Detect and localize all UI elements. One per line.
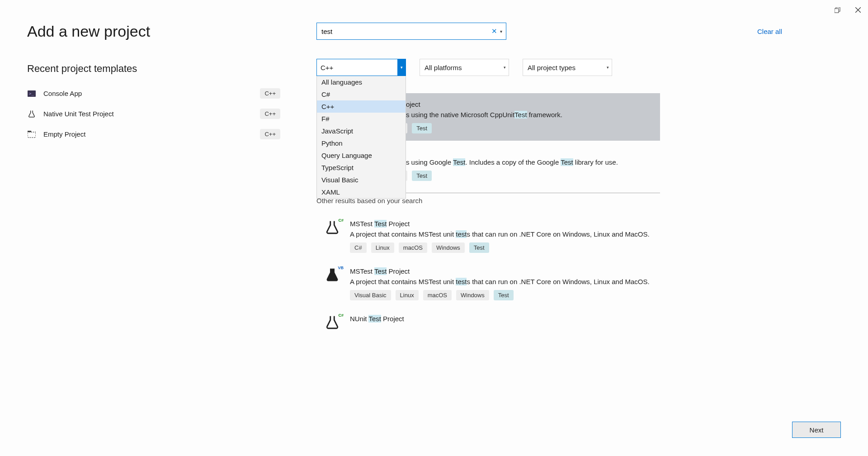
search-clear-button[interactable]: ✕ bbox=[489, 27, 500, 35]
result-tag: macOS bbox=[399, 242, 427, 253]
recent-item-lang: C++ bbox=[260, 109, 280, 119]
language-option[interactable]: XAML bbox=[317, 186, 406, 198]
flask-icon bbox=[27, 109, 36, 119]
result-tag: C# bbox=[350, 242, 367, 253]
flask-csharp-icon: C# bbox=[325, 220, 341, 236]
search-history-dropdown[interactable]: ▾ bbox=[500, 29, 502, 34]
language-option[interactable]: Query Language bbox=[317, 149, 406, 162]
recent-item-name: Console App bbox=[43, 90, 82, 97]
svg-rect-7 bbox=[28, 131, 31, 132]
result-tag: Test bbox=[494, 290, 514, 300]
result-description: A project that contains MSTest unit test… bbox=[350, 278, 656, 285]
language-option[interactable]: F# bbox=[317, 113, 406, 125]
recent-item[interactable]: Native Unit Test Project C++ bbox=[27, 109, 280, 119]
result-tag: Visual Basic bbox=[350, 290, 391, 300]
close-icon bbox=[855, 7, 861, 13]
project-type-selected: All project types bbox=[523, 64, 604, 71]
recent-templates-list: >_ Console App C++ Native Unit Test Proj… bbox=[27, 88, 280, 139]
platform-selected: All platforms bbox=[420, 64, 500, 71]
result-tag: macOS bbox=[423, 290, 452, 300]
language-option[interactable]: TypeScript bbox=[317, 162, 406, 174]
result-tag: Test bbox=[412, 123, 432, 133]
result-title: MSTest Test Project bbox=[350, 267, 656, 275]
language-option[interactable]: C# bbox=[317, 88, 406, 100]
page-title: Add a new project bbox=[27, 23, 280, 40]
empty-project-icon bbox=[27, 130, 36, 139]
language-badge: VB bbox=[338, 266, 344, 270]
result-tag: Windows bbox=[456, 290, 489, 300]
next-button[interactable]: Next bbox=[792, 422, 841, 438]
result-tag: Linux bbox=[396, 290, 419, 300]
language-option[interactable]: Python bbox=[317, 137, 406, 149]
language-badge: C# bbox=[338, 313, 344, 318]
language-option[interactable]: All languages bbox=[317, 76, 406, 88]
flask-vb-icon: VB bbox=[325, 267, 341, 284]
recent-item[interactable]: Empty Project C++ bbox=[27, 129, 280, 139]
template-result[interactable]: VB MSTest Test Project A project that co… bbox=[316, 260, 660, 308]
project-type-filter-combo[interactable]: All project types ▾ bbox=[523, 59, 612, 76]
template-result[interactable]: C# NUnit Test Project bbox=[316, 308, 660, 331]
clear-all-link[interactable]: Clear all bbox=[757, 28, 782, 35]
language-badge: C# bbox=[338, 218, 344, 223]
flask-csharp-icon: C# bbox=[325, 315, 341, 331]
language-filter-combo[interactable]: C++ ▾ All languages C# C++ F# JavaScript… bbox=[316, 59, 406, 76]
console-app-icon: >_ bbox=[27, 89, 36, 98]
platform-filter-combo[interactable]: All platforms ▾ bbox=[420, 59, 509, 76]
search-templates-box[interactable]: ✕ ▾ bbox=[316, 23, 506, 40]
result-description: A project that contains MSTest unit test… bbox=[350, 230, 656, 238]
result-tag: Windows bbox=[432, 242, 465, 253]
language-option[interactable]: C++ bbox=[317, 100, 406, 113]
template-result[interactable]: C# MSTest Test Project A project that co… bbox=[316, 213, 660, 260]
recent-item-name: Empty Project bbox=[43, 130, 85, 138]
chevron-down-icon: ▾ bbox=[397, 59, 406, 76]
svg-text:>_: >_ bbox=[29, 91, 34, 96]
recent-item-lang: C++ bbox=[260, 129, 280, 139]
chevron-down-icon: ▾ bbox=[604, 59, 612, 76]
language-selected: C++ bbox=[321, 64, 397, 71]
result-title: NUnit Test Project bbox=[350, 315, 656, 323]
result-tag: Test bbox=[469, 242, 489, 253]
search-input[interactable] bbox=[321, 28, 489, 35]
svg-rect-6 bbox=[28, 132, 36, 138]
result-tag: Linux bbox=[371, 242, 394, 253]
recent-item-name: Native Unit Test Project bbox=[43, 110, 114, 118]
language-option[interactable]: JavaScript bbox=[317, 125, 406, 137]
language-option[interactable]: Visual Basic bbox=[317, 174, 406, 186]
recent-templates-heading: Recent project templates bbox=[27, 63, 280, 75]
recent-item-lang: C++ bbox=[260, 88, 280, 99]
result-tag: Test bbox=[412, 171, 432, 181]
recent-item[interactable]: >_ Console App C++ bbox=[27, 88, 280, 99]
maximize-restore-button[interactable] bbox=[831, 4, 844, 16]
result-title: MSTest Test Project bbox=[350, 220, 656, 228]
chevron-down-icon: ▾ bbox=[500, 59, 509, 76]
restore-icon bbox=[835, 7, 840, 13]
close-button[interactable] bbox=[852, 4, 864, 16]
language-dropdown: All languages C# C++ F# JavaScript Pytho… bbox=[316, 76, 406, 199]
svg-rect-1 bbox=[835, 9, 839, 13]
